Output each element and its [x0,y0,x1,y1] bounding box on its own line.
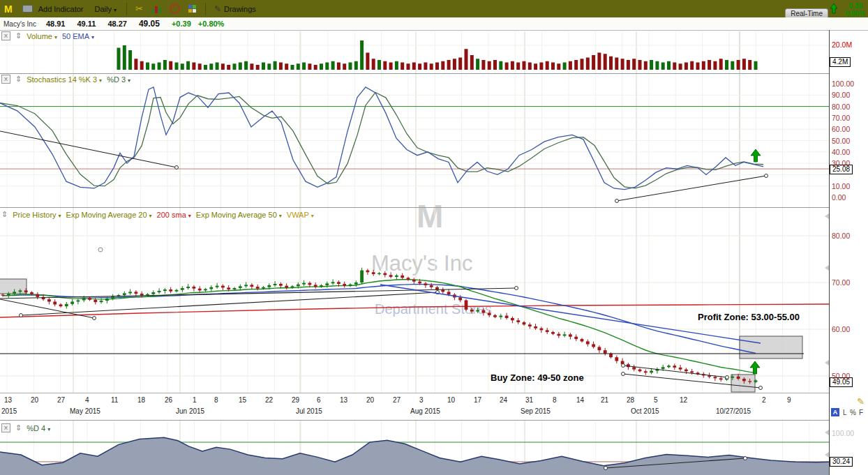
pane-marker-icon[interactable] [825,452,829,458]
profit-zone-annotation[interactable]: Profit Zone: 53.00-55.00 [698,312,800,322]
grid-layout-icon[interactable] [188,5,197,13]
date-label: 15 [239,396,246,404]
volume-pane-header: X ⇕ Volume▾ 50 EMA▾ [1,31,94,40]
date-label: 9 [787,396,791,404]
pane-resize-icon[interactable]: ⇕ [15,31,22,40]
axis-label: 0.00 [832,193,846,202]
quote-last: 49.05 [139,19,160,29]
clock-icon[interactable] [170,3,180,14]
date-label: 28 [627,396,634,404]
notes-pencil-icon[interactable]: ✎ [857,396,865,407]
axis-label: 20.0M [832,40,852,49]
quote-open: 48.91 [46,20,66,28]
date-label: 8 [553,396,557,404]
date-label: 13 [4,396,12,404]
date-label: 27 [57,396,65,404]
axis-label: 50.00 [832,137,850,145]
close-pane-button[interactable]: X [1,75,10,84]
axis-label: 100.00 [832,80,854,88]
tc2000-chart-window: { "toolbar": { "logo": "M", "add_indicat… [0,0,868,475]
session-change-pct: 0.80% [846,10,865,17]
axis-label: 70.00 [832,278,850,287]
chart-type-icon[interactable] [151,5,161,13]
date-label: 20 [366,396,374,404]
d4-dropdown[interactable]: %D 4▾ [27,424,50,432]
volume-value-badge: 4.2M [830,57,851,67]
axis-label: 90.00 [832,91,850,99]
close-pane-button[interactable]: X [1,31,10,40]
price-pane-header: ⇕ Price History▾ Exp Moving Average 20▾ … [1,210,314,219]
axis-label: 60.00 [832,125,850,133]
app-logo: M [4,3,13,15]
axis-label: 30.00 [832,159,850,167]
quote-high: 49.11 [77,20,96,28]
close-pane-button[interactable]: X [1,423,10,432]
ema50-dropdown[interactable]: Exp Moving Average 50▾ [196,211,282,219]
pane-resize-icon[interactable]: ⇕ [15,423,22,432]
date-label: Aug 2015 [410,407,440,415]
period-dropdown[interactable]: Daily▾ [95,5,117,13]
volume-indicator-dropdown[interactable]: Volume▾ [27,32,57,40]
date-label: 10/27/2015 [716,407,751,415]
date-label: 26 [165,396,172,404]
date-label: 31 [525,396,533,404]
date-label: 27 [393,396,401,404]
chart-canvas[interactable] [0,0,868,475]
pane-marker-icon[interactable] [825,360,829,365]
ema20-dropdown[interactable]: Exp Moving Average 20▾ [66,211,152,219]
pane-resize-icon[interactable]: ⇕ [1,210,8,219]
chevron-down-icon: ▾ [114,7,117,13]
toolbar-separator [205,3,206,15]
up-arrow-icon [830,3,838,14]
date-label: 8 [214,396,218,404]
date-label: 1 [193,396,197,404]
pencil-icon: ✎ [214,4,221,14]
tab-f[interactable]: F [859,409,863,416]
tab-pct[interactable]: % [850,409,856,416]
drawings-button[interactable]: Drawings [224,5,256,13]
date-label: 29 [292,396,299,404]
pane-marker-icon[interactable] [825,213,829,219]
stochastics-dropdown[interactable]: Stochastics 14 %K 3▾ [27,75,102,84]
axis-label: 50.00 [832,372,850,380]
sma200-dropdown[interactable]: 200 sma▾ [157,211,191,219]
date-label: 12 [680,396,687,404]
price-history-dropdown[interactable]: Price History▾ [13,211,61,219]
stochastics-pane-header: X ⇕ Stochastics 14 %K 3▾ %D 3▾ [1,75,130,84]
date-label: Oct 2015 [631,407,659,415]
date-label: Jul 2015 [296,407,322,415]
date-label: 5 [654,396,658,404]
date-label: 4 [85,396,89,404]
date-label: Jun 2015 [176,407,204,415]
axis-label: 60.00 [832,325,850,333]
date-label: 6 [317,396,321,404]
main-toolbar: M Add Indicator Daily▾ ✂ ✎ Drawings [0,0,868,17]
date-label: 11 [111,396,118,404]
axis-label: 100.00 [832,429,854,437]
tab-a[interactable]: A [831,408,839,416]
pane-marker-icon[interactable] [825,265,829,271]
buy-zone-annotation[interactable]: Buy Zone: 49-50 zone [491,372,584,383]
axis-label: 70.00 [832,114,850,122]
date-label: May 2015 [70,407,100,415]
scissors-icon[interactable]: ✂ [135,3,143,14]
axis-label: 80.00 [832,232,850,240]
toolbar-separator [126,3,127,15]
pane-marker-icon[interactable] [825,430,829,435]
stochastics-d-dropdown[interactable]: %D 3▾ [107,75,130,84]
paint-roller-icon[interactable] [22,5,33,13]
symbol-name: Macy's Inc [3,20,36,28]
quote-low: 48.27 [107,20,127,28]
date-label: Sep 2015 [521,407,551,415]
add-indicator-button[interactable]: Add Indicator [38,5,84,13]
d4-pane-header: X ⇕ %D 4▾ [1,423,50,432]
vwap-dropdown[interactable]: VWAP▾ [287,211,314,219]
date-label: 10 [447,396,455,404]
date-label: 14 [576,396,584,404]
pane-resize-icon[interactable]: ⇕ [15,75,22,84]
tab-l[interactable]: L [843,409,847,416]
quote-row: Macy's Inc 48.91 49.11 48.27 49.05 +0.39… [0,17,868,30]
axis-label: 80.00 [832,103,850,111]
date-label: 3 [419,396,424,404]
volume-ema-dropdown[interactable]: 50 EMA▾ [62,32,94,40]
